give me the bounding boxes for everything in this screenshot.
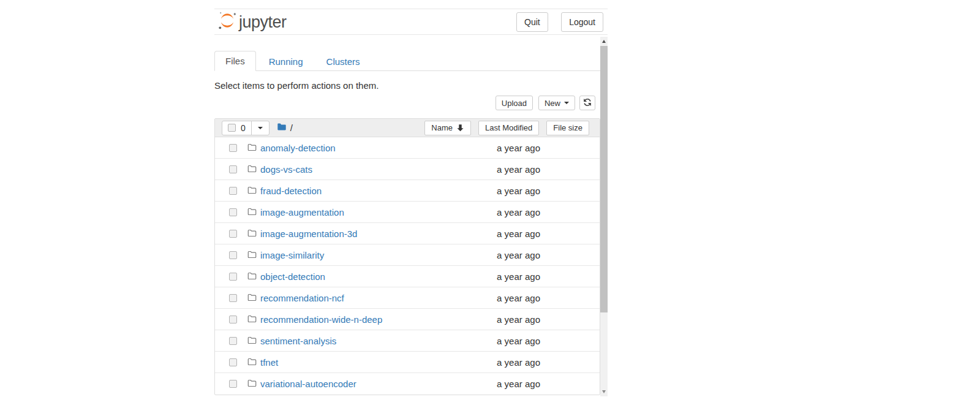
sort-buttons: Name Last Modified File size [424, 121, 589, 135]
file-row: sentiment-analysis a year ago [215, 330, 600, 352]
last-modified: a year ago [448, 293, 540, 303]
file-name-cell: fraud-detection [247, 186, 448, 196]
folder-icon [247, 207, 260, 217]
file-name-cell: image-augmentation [247, 207, 448, 217]
select-all-button[interactable]: 0 [222, 121, 252, 135]
row-checkbox[interactable] [229, 144, 237, 152]
header: jupyter Quit Logout [214, 9, 608, 35]
select-button-group: 0 [222, 121, 270, 135]
selected-count: 0 [241, 123, 246, 133]
tab-files[interactable]: Files [214, 51, 256, 71]
logo-wordmark: jupyter [239, 13, 287, 32]
folder-icon [247, 357, 260, 368]
caret-down-icon [258, 127, 263, 129]
breadcrumb-path: / [290, 123, 293, 133]
folder-icon [247, 314, 260, 325]
last-modified: a year ago [448, 164, 540, 175]
header-buttons: Quit Logout [506, 12, 603, 32]
folder-icon [247, 250, 260, 260]
row-checkbox[interactable] [229, 337, 237, 345]
jupyter-logo[interactable]: jupyter [218, 10, 287, 33]
site-content: Files Running Clusters Select items to p… [214, 51, 600, 395]
file-row: image-augmentation-3d a year ago [215, 223, 600, 244]
select-all-checkbox[interactable] [228, 124, 236, 132]
row-checkbox[interactable] [229, 358, 237, 366]
last-modified: a year ago [448, 336, 540, 346]
row-checkbox[interactable] [229, 294, 237, 302]
tab-running[interactable]: Running [258, 52, 314, 71]
select-dropdown-button[interactable] [251, 121, 270, 135]
file-link[interactable]: tfnet [260, 357, 278, 368]
new-button-label: New [545, 99, 560, 108]
refresh-button[interactable] [579, 96, 595, 110]
breadcrumb[interactable]: / [277, 123, 293, 134]
file-link[interactable]: image-augmentation [260, 207, 344, 217]
file-name-cell: sentiment-analysis [247, 336, 448, 346]
listing-header: 0 / Name [215, 119, 600, 137]
arrow-down-icon [456, 124, 464, 132]
file-link[interactable]: recommendation-ncf [260, 293, 344, 303]
row-checkbox[interactable] [229, 187, 237, 195]
refresh-icon [583, 98, 592, 108]
file-name-cell: dogs-vs-cats [247, 164, 448, 175]
row-checkbox[interactable] [229, 273, 237, 281]
folder-icon [247, 271, 260, 282]
file-link[interactable]: variational-autoencoder [260, 379, 356, 389]
file-name-cell: anomaly-detection [247, 143, 448, 153]
file-list: anomaly-detection a year ago dogs-vs-cat… [215, 137, 600, 395]
scrollbar-down-button[interactable] [600, 387, 608, 396]
file-link[interactable]: fraud-detection [260, 186, 322, 196]
sort-name-button[interactable]: Name [424, 121, 471, 135]
file-row: tfnet a year ago [215, 352, 600, 373]
file-row: image-augmentation a year ago [215, 202, 600, 223]
file-link[interactable]: anomaly-detection [260, 143, 336, 153]
last-modified: a year ago [448, 271, 540, 282]
last-modified: a year ago [448, 314, 540, 325]
row-checkbox[interactable] [229, 380, 237, 388]
file-link[interactable]: sentiment-analysis [260, 336, 336, 346]
file-row: object-detection a year ago [215, 266, 600, 287]
sort-size-button[interactable]: File size [546, 121, 589, 135]
file-name-cell: image-augmentation-3d [247, 229, 448, 239]
last-modified: a year ago [448, 379, 540, 389]
jupyter-app: jupyter Quit Logout Files Running Cluste… [214, 0, 608, 416]
file-link[interactable]: dogs-vs-cats [260, 164, 312, 175]
folder-icon [247, 164, 260, 175]
file-link[interactable]: object-detection [260, 271, 325, 282]
file-row: fraud-detection a year ago [215, 180, 600, 202]
file-name-cell: recommendation-wide-n-deep [247, 314, 448, 325]
sort-name-label: Name [431, 123, 453, 132]
row-checkbox[interactable] [229, 251, 237, 259]
scrollbar[interactable] [600, 37, 608, 396]
file-name-cell: image-similarity [247, 250, 448, 260]
row-checkbox[interactable] [229, 165, 237, 173]
file-link[interactable]: image-augmentation-3d [260, 229, 357, 239]
tab-bar: Files Running Clusters [214, 51, 600, 71]
jupyter-planet-icon [218, 10, 236, 33]
new-dropdown-button[interactable]: New [538, 96, 575, 110]
row-checkbox[interactable] [229, 208, 237, 216]
folder-icon [247, 336, 260, 346]
file-row: recommendation-wide-n-deep a year ago [215, 309, 600, 330]
file-row: image-similarity a year ago [215, 244, 600, 266]
file-link[interactable]: image-similarity [260, 250, 324, 260]
scrollbar-thumb[interactable] [600, 46, 608, 312]
row-checkbox[interactable] [229, 316, 237, 323]
last-modified: a year ago [448, 250, 540, 260]
folder-icon [247, 293, 260, 303]
upload-button[interactable]: Upload [496, 96, 533, 110]
tab-clusters[interactable]: Clusters [316, 52, 371, 71]
folder-icon [247, 229, 260, 239]
scrollbar-up-button[interactable] [600, 37, 608, 46]
folder-icon [247, 143, 260, 153]
sort-modified-button[interactable]: Last Modified [478, 121, 539, 135]
file-listing: 0 / Name [214, 118, 600, 395]
row-checkbox[interactable] [229, 230, 237, 238]
last-modified: a year ago [448, 357, 540, 368]
logout-button[interactable]: Logout [561, 12, 603, 32]
file-link[interactable]: recommendation-wide-n-deep [260, 314, 382, 325]
last-modified: a year ago [448, 143, 540, 153]
instruction-text: Select items to perform actions on them. [214, 80, 600, 91]
quit-button[interactable]: Quit [516, 12, 548, 32]
file-name-cell: variational-autoencoder [247, 379, 448, 389]
